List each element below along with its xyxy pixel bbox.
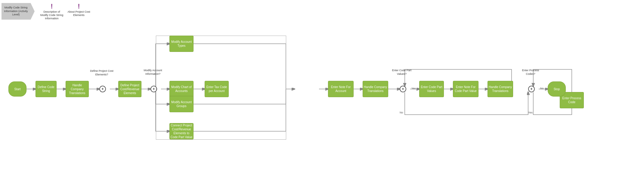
gateway1-symbol: + (101, 87, 104, 91)
diagram-container: Modify Code String Information (Activity… (0, 0, 644, 178)
legend-label: Modify Code String Information (Activity… (2, 6, 35, 17)
icon-about-project-cost: ! About Project Cost Elements (67, 3, 91, 17)
modify-account-types-label: Modify Account Types (170, 40, 193, 48)
enter-process-codes-text: Enter Process Codes? (519, 69, 543, 76)
gateway3-symbol: + (402, 87, 404, 91)
legend-node: Modify Code String Information (Activity… (2, 3, 35, 20)
handle-company-trans-2-label: Handle Company Translations (363, 85, 388, 93)
enter-process-code-label: Enter Process Code (560, 96, 584, 104)
modify-account-groups-label: Modify Account Groups (170, 100, 193, 108)
stop-node: Stop (548, 81, 566, 97)
yes-label-1: Yes (411, 87, 416, 90)
handle-company-trans-1-label: Handle Company Translations (66, 83, 88, 95)
enter-code-part-values-node: Enter Code Part Values (419, 81, 444, 97)
connect-project-cost-label: Connect Project Cost/Revenue Elements to… (170, 123, 193, 139)
modify-account-types-node: Modify Account Types (169, 36, 194, 52)
start-label: Start (14, 87, 20, 91)
start-node: Start (8, 81, 26, 97)
enter-tax-code-label: Enter Tax Code per Account (205, 85, 228, 93)
exclaim-icon-2: ! (78, 3, 80, 10)
handle-company-trans-3-label: Handle Company Translations (488, 85, 513, 93)
define-code-string-node: Define Code String (36, 81, 57, 97)
enter-code-part-text: Enter Code Part Values? (390, 69, 414, 76)
desc-modify-code-label: Description of Modify Code String Inform… (40, 10, 64, 20)
icon-desc-modify-code: ! Description of Modify Code String Info… (40, 3, 64, 20)
enter-note-account-label: Enter Note For Account (328, 85, 353, 93)
handle-company-trans-3-node: Handle Company Translations (488, 81, 513, 97)
enter-code-part-gateway: + (400, 86, 406, 92)
define-project-cost-rev-label: Define Project Cost/Revenue Elements (119, 83, 141, 95)
gateway2-symbol: + (153, 87, 155, 91)
no-label-2: No (540, 87, 544, 90)
enter-note-code-part-node: Enter Note For Code Part Value (453, 81, 478, 97)
connectors-svg (0, 0, 644, 178)
yes-label-2: Yes (528, 111, 533, 114)
handle-company-trans-1-node: Handle Company Translations (66, 81, 89, 97)
handle-company-trans-2-node: Handle Company Translations (363, 81, 388, 97)
enter-code-part-values-label: Enter Code Part Values (420, 85, 444, 93)
define-project-cost-rev-node: Define Project Cost/Revenue Elements (118, 81, 141, 97)
define-project-cost-text: Define Project Cost Elements? (90, 69, 114, 76)
define-code-string-label: Define Code String (36, 85, 56, 93)
exclaim-icon-1: ! (51, 3, 53, 10)
connect-project-cost-node: Connect Project Cost/Revenue Elements to… (169, 123, 194, 139)
enter-process-codes-gateway: + (528, 86, 535, 92)
no-label-1: No (400, 111, 403, 114)
modify-chart-accounts-node: Modify Chart of Accounts (169, 81, 194, 97)
about-project-cost-label: About Project Cost Elements (67, 10, 91, 17)
enter-tax-code-node: Enter Tax Code per Account (205, 81, 229, 97)
enter-note-account-node: Enter Note For Account (328, 81, 354, 97)
modify-account-groups-node: Modify Account Groups (169, 96, 194, 112)
modify-chart-accounts-label: Modify Chart of Accounts (170, 85, 193, 93)
stop-label: Stop (554, 87, 560, 91)
gateway4-symbol: + (530, 87, 532, 91)
define-project-cost-gateway: + (99, 86, 106, 92)
enter-note-code-part-label: Enter Note For Code Part Value (453, 85, 478, 93)
